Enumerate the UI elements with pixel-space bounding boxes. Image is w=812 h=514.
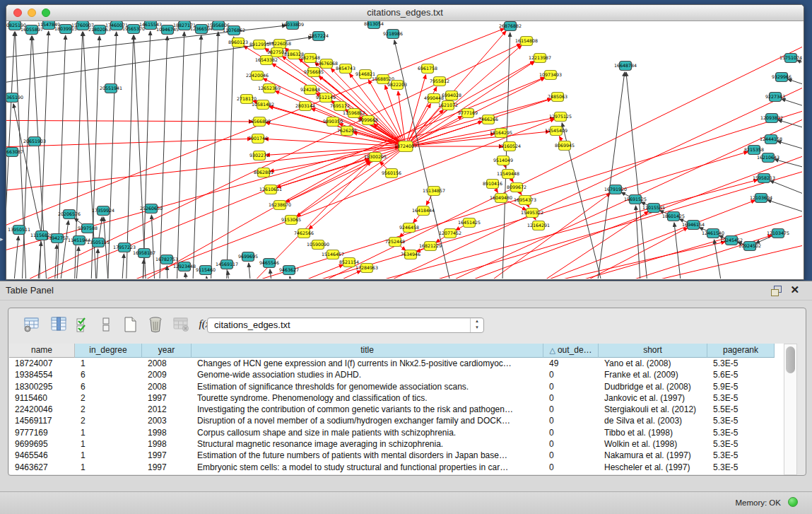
column-header-out_de[interactable]: △out_de…	[543, 344, 599, 358]
graph-node[interactable]: 9115460	[196, 266, 216, 275]
graph-node[interactable]: 13950511	[8, 226, 30, 235]
table-row[interactable]: 946554611997Estimation of the future num…	[9, 450, 784, 461]
graph-edge[interactable]	[125, 35, 134, 279]
graph-edge[interactable]	[402, 235, 772, 279]
column-header-name[interactable]: name	[9, 344, 75, 358]
table-row[interactable]: 911546021997Tourette syndrome. Phenomeno…	[9, 392, 784, 404]
graph-node[interactable]: 16648784	[614, 62, 637, 71]
table-row[interactable]: 977716911998Corpus callosum shape and si…	[9, 427, 784, 438]
zoom-window-icon[interactable]	[42, 8, 50, 17]
graph-node[interactable]: 8910416	[483, 180, 502, 189]
network-canvas[interactable]: 2082519016055897115478491803991515760907…	[6, 21, 804, 279]
graph-edge[interactable]	[52, 245, 57, 279]
panel-collapse-arrow[interactable]: ▸	[0, 235, 4, 243]
column-header-short[interactable]: short	[599, 344, 707, 358]
table-row[interactable]: 1938455462009Genome-wide association stu…	[9, 369, 784, 380]
toggle-rows-button[interactable]	[96, 315, 116, 334]
graph-node[interactable]: 16451425	[458, 218, 481, 228]
graph-node[interactable]: 9777169	[458, 109, 478, 118]
graph-node[interactable]: 9153065	[281, 216, 301, 225]
graph-node[interactable]: 15691525	[624, 195, 647, 204]
graph-edge[interactable]	[134, 35, 148, 279]
graph-node[interactable]: 7252448	[385, 238, 405, 247]
graph-edge[interactable]	[228, 271, 234, 279]
graph-node[interactable]: 16566899	[248, 117, 271, 127]
graph-edge[interactable]	[714, 240, 727, 279]
graph-edge[interactable]	[291, 160, 370, 220]
graph-node[interactable]: 7695172	[330, 102, 350, 111]
table-row[interactable]: 1872400712008Changes of HCN gene express…	[9, 358, 784, 369]
graph-node[interactable]: 17284963	[355, 264, 378, 273]
select-columns-button[interactable]	[73, 315, 93, 334]
graph-node[interactable]: 7857224	[309, 32, 329, 41]
graph-node[interactable]: 23676068	[315, 59, 338, 69]
graph-node[interactable]: 8062801	[254, 168, 273, 177]
column-header-in_degree[interactable]: in_degree	[75, 344, 142, 358]
table-scrollbar[interactable]	[784, 344, 797, 475]
graph-node[interactable]: 9560156	[382, 169, 401, 178]
graph-node[interactable]: 16954373	[514, 196, 536, 205]
graph-node[interactable]: 6994028	[442, 91, 461, 100]
graph-edge[interactable]	[270, 269, 276, 279]
graph-edge[interactable]	[593, 72, 625, 279]
graph-edge[interactable]	[770, 180, 802, 194]
graph-node[interactable]: 18226058	[269, 40, 291, 49]
graph-node[interactable]: 16210643	[757, 153, 779, 163]
graph-node[interactable]: 7901746	[248, 134, 268, 144]
graph-node[interactable]: 8960123	[228, 38, 248, 47]
close-panel-icon[interactable]: ✕	[790, 284, 799, 296]
graph-node[interactable]: 8454743	[336, 64, 355, 74]
scrollbar-thumb[interactable]	[786, 346, 795, 373]
table-selector-dropdown[interactable]: citations_edges.txt ▲▼	[207, 317, 484, 333]
graph-node[interactable]: 16033809	[281, 21, 304, 30]
graph-node[interactable]: 7955812	[430, 77, 449, 86]
graph-node[interactable]: 12077452	[439, 229, 461, 238]
graph-edge[interactable]	[151, 215, 156, 279]
network-graph[interactable]: 2082519016055897115478491803991515760907…	[6, 21, 802, 279]
graph-edge[interactable]	[112, 108, 802, 279]
graph-node[interactable]: 9397588	[78, 224, 98, 233]
graph-node[interactable]: 8099668	[358, 116, 378, 125]
graph-node[interactable]: 4990448	[424, 94, 444, 103]
graph-edge[interactable]	[309, 146, 406, 229]
graph-node[interactable]: 12610651	[259, 185, 282, 194]
graph-node[interactable]: 9463627	[279, 266, 299, 275]
graph-node[interactable]: 8912955	[249, 40, 269, 49]
graph-edge[interactable]	[185, 273, 192, 279]
graph-node[interactable]: 16154808	[515, 37, 538, 46]
graph-edge[interactable]	[119, 254, 124, 279]
graph-node[interactable]: 12213987	[529, 54, 551, 63]
graph-node[interactable]: 11545409	[545, 127, 567, 136]
new-column-button[interactable]	[120, 315, 140, 334]
graph-node[interactable]: 12093832	[760, 114, 783, 123]
table-row[interactable]: 2242004622012Investigating the contribut…	[9, 404, 784, 415]
graph-edge[interactable]	[142, 31, 151, 279]
graph-edge[interactable]	[158, 36, 167, 279]
graph-edge[interactable]	[406, 31, 506, 146]
graph-edge[interactable]	[6, 120, 253, 122]
delete-table-button[interactable]	[171, 315, 191, 334]
graph-node[interactable]: 10581482	[252, 100, 274, 110]
graph-edge[interactable]	[406, 132, 550, 146]
window-titlebar[interactable]: citations_edges.txt	[6, 5, 804, 21]
column-header-pagerank[interactable]: pagerank	[707, 344, 775, 358]
graph-node[interactable]: 16049480	[490, 194, 512, 203]
table-row[interactable]: 969969511998Structural magnetic resonanc…	[9, 438, 784, 450]
graph-node[interactable]: 9756685	[304, 68, 324, 77]
graph-node[interactable]: 9822203	[387, 81, 407, 90]
graph-node[interactable]: 9242848	[300, 86, 320, 95]
graph-node[interactable]: 13505115	[87, 238, 110, 247]
graph-node[interactable]: 14569117	[216, 260, 238, 269]
delete-columns-button[interactable]	[146, 315, 165, 334]
graph-node[interactable]: 22420046	[246, 71, 269, 81]
graph-node[interactable]: 9227343	[765, 93, 785, 102]
graph-node[interactable]: 15134857	[423, 187, 445, 196]
graph-edge[interactable]	[796, 60, 802, 71]
graph-node[interactable]: 10924502	[739, 242, 761, 251]
graph-node[interactable]: 9514049	[493, 156, 513, 165]
graph-node[interactable]: 7634946	[401, 250, 420, 259]
graph-node[interactable]: 9699695	[238, 252, 258, 262]
graph-node[interactable]: 9218986	[383, 30, 403, 39]
graph-edge[interactable]	[190, 31, 802, 279]
float-panel-icon[interactable]	[771, 286, 782, 296]
